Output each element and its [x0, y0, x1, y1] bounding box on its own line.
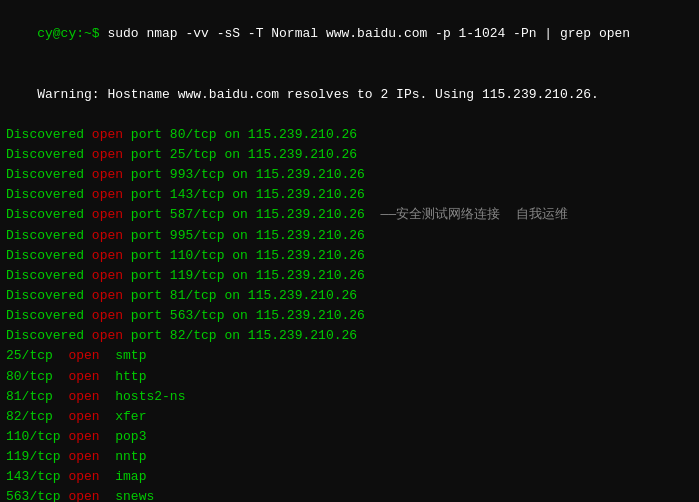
port-row-3: 82/tcp open xfer: [6, 407, 693, 427]
command-text: sudo nmap -vv -sS -T Normal www.baidu.co…: [107, 26, 630, 41]
prompt: cy@cy:~$: [37, 26, 107, 41]
discovered-line-10: Discovered open port 563/tcp on 115.239.…: [6, 306, 693, 326]
discovered-line-6: Discovered open port 995/tcp on 115.239.…: [6, 226, 693, 246]
port-row-6: 143/tcp open imap: [6, 467, 693, 487]
port-row-0: 25/tcp open smtp: [6, 346, 693, 366]
discovered-line-4: Discovered open port 143/tcp on 115.239.…: [6, 185, 693, 205]
discovered-line-5: Discovered open port 587/tcp on 115.239.…: [6, 205, 693, 225]
terminal: cy@cy:~$ sudo nmap -vv -sS -T Normal www…: [6, 4, 693, 502]
port-row-2: 81/tcp open hosts2-ns: [6, 387, 693, 407]
command-line: cy@cy:~$ sudo nmap -vv -sS -T Normal www…: [6, 4, 693, 64]
port-row-7: 563/tcp open snews: [6, 487, 693, 502]
discovered-line-9: Discovered open port 81/tcp on 115.239.2…: [6, 286, 693, 306]
discovered-line-11: Discovered open port 82/tcp on 115.239.2…: [6, 326, 693, 346]
discovered-line-3: Discovered open port 993/tcp on 115.239.…: [6, 165, 693, 185]
port-row-5: 119/tcp open nntp: [6, 447, 693, 467]
discovered-line-8: Discovered open port 119/tcp on 115.239.…: [6, 266, 693, 286]
discovered-line-2: Discovered open port 25/tcp on 115.239.2…: [6, 145, 693, 165]
discovered-line-1: Discovered open port 80/tcp on 115.239.2…: [6, 125, 693, 145]
port-row-4: 110/tcp open pop3: [6, 427, 693, 447]
port-row-1: 80/tcp open http: [6, 367, 693, 387]
discovered-line-7: Discovered open port 110/tcp on 115.239.…: [6, 246, 693, 266]
warning-line: Warning: Hostname www.baidu.com resolves…: [6, 64, 693, 124]
